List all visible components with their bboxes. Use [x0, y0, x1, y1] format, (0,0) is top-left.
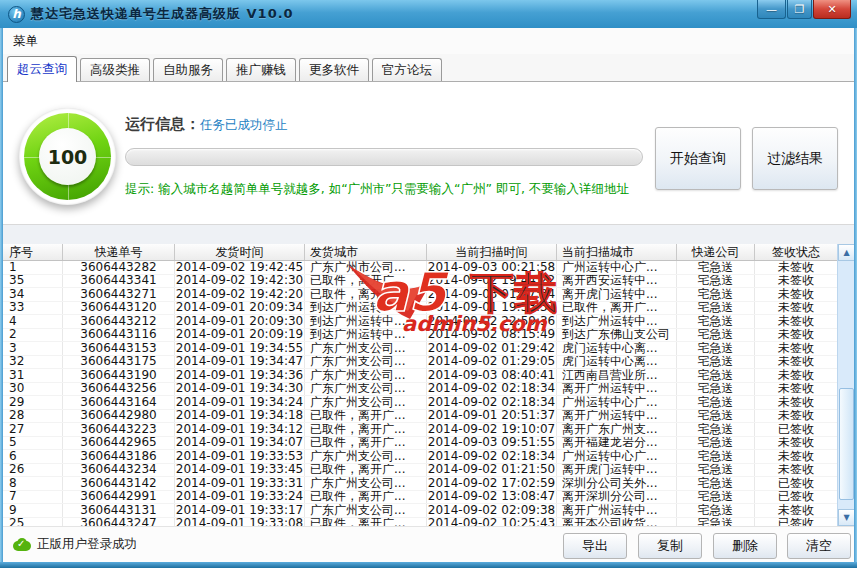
column-header[interactable]: 签收状态: [755, 244, 837, 260]
table-cell: 已签收: [755, 477, 837, 490]
table-row[interactable]: 336064431532014-09-01 19:34:55广东广州支公司...…: [3, 342, 837, 356]
table-cell: 已取件，离开广...: [305, 275, 427, 288]
vertical-scrollbar[interactable]: ▲ ▼: [837, 244, 854, 526]
column-header[interactable]: 发货时间: [175, 244, 305, 260]
panel-table-divider: [3, 224, 854, 244]
table-row[interactable]: 3036064432562014-09-01 19:34:30广东广州支公司..…: [3, 383, 837, 397]
column-header[interactable]: 快递单号: [63, 244, 175, 260]
hint-text: 提示: 输入城市名越简单单号就越多, 如“广州市”只需要输入“广州” 即可, 不…: [125, 181, 649, 198]
copy-button[interactable]: 复制: [638, 533, 702, 559]
column-header[interactable]: 当前扫描城市: [557, 244, 677, 260]
table-cell: 离开广州运转中...: [557, 383, 677, 396]
column-header[interactable]: 当前扫描时间: [427, 244, 557, 260]
scroll-down-icon[interactable]: ▼: [838, 509, 854, 526]
table-row[interactable]: 3436064432712014-09-02 19:42:20已取件，离开广..…: [3, 288, 837, 302]
table-row[interactable]: 2836064429802014-09-01 19:34:18已取件，离开广..…: [3, 410, 837, 424]
table-cell: 未签收: [755, 302, 837, 315]
gauge-ring: 100: [24, 113, 111, 200]
table-cell: 宅急送: [677, 315, 755, 328]
table-row[interactable]: 136064432822014-09-02 19:42:45广东广州市公司...…: [3, 261, 837, 275]
table-row[interactable]: 2736064432232014-09-01 19:34:12已取件，离开广..…: [3, 423, 837, 437]
close-button[interactable]: ✕: [813, 0, 851, 19]
run-info-status[interactable]: 任务已成功停止: [200, 117, 288, 132]
export-button[interactable]: 导出: [563, 533, 627, 559]
table-cell: 到达广州运转中...: [305, 302, 427, 315]
minimize-button[interactable]: —: [757, 0, 786, 19]
table-cell: 3606443256: [63, 383, 175, 396]
run-info-line: 运行信息：任务已成功停止: [125, 115, 288, 134]
table-cell: 3606443175: [63, 356, 175, 369]
table-cell: 江西南昌营业所...: [557, 369, 677, 382]
table-cell: 离开广东广州支...: [557, 423, 677, 436]
filter-result-button[interactable]: 过滤结果: [752, 127, 838, 190]
table-row[interactable]: 3336064431202014-09-01 20:09:34到达广州运转中..…: [3, 302, 837, 316]
tab-自助服务[interactable]: 自助服务: [153, 58, 223, 81]
table-cell: 2014-09-01 20:51:37: [427, 410, 557, 423]
table-cell: 未签收: [755, 342, 837, 355]
maximize-button[interactable]: ❐: [787, 0, 812, 19]
table-cell: 3606443120: [63, 302, 175, 315]
table-cell: 27: [3, 423, 63, 436]
table-cell: 2014-09-02 08:15:49: [427, 329, 557, 342]
table-cell: 3606443341: [63, 275, 175, 288]
menu-item-main[interactable]: 菜单: [3, 33, 48, 50]
table-cell: 2014-09-01 19:34:47: [175, 356, 305, 369]
table-cell: 未签收: [755, 464, 837, 477]
table-row[interactable]: 636064431862014-09-01 19:33:53广东广州支公司...…: [3, 450, 837, 464]
table-cell: 宅急送: [677, 477, 755, 490]
table-header-row: 序号快递单号发货时间发货城市当前扫描时间当前扫描城市快递公司签收状态: [3, 244, 854, 261]
table-row[interactable]: 2636064432342014-09-01 19:33:45已取件，离开广..…: [3, 464, 837, 478]
table-cell: 3606442991: [63, 491, 175, 504]
run-info-label: 运行信息：: [125, 115, 200, 133]
table-cell: 离开广州运转中...: [557, 504, 677, 517]
column-header[interactable]: 序号: [3, 244, 63, 260]
table-cell: 到达广东佛山支公司: [557, 329, 677, 342]
table-row[interactable]: 736064429912014-09-01 19:33:24已取件，离开广...…: [3, 491, 837, 505]
table-cell: 3606443234: [63, 464, 175, 477]
table-cell: 离开虎门运转中...: [557, 288, 677, 301]
column-header[interactable]: 发货城市: [305, 244, 427, 260]
scroll-up-icon[interactable]: ▲: [838, 244, 854, 261]
table-cell: 2014-09-01 19:34:18: [175, 410, 305, 423]
table-row[interactable]: 2536064432472014-09-01 19:33:08已取件，离开广..…: [3, 518, 837, 527]
table-cell: 3606443153: [63, 342, 175, 355]
table-cell: 9: [3, 504, 63, 517]
tab-高级类推[interactable]: 高级类推: [80, 58, 150, 81]
table-cell: 35: [3, 275, 63, 288]
table-row[interactable]: 936064431312014-09-01 19:33:17广东广州支公司...…: [3, 504, 837, 518]
tab-官方论坛[interactable]: 官方论坛: [372, 58, 442, 81]
table-cell: 2014-09-01 20:09:34: [175, 302, 305, 315]
table-cell: 26: [3, 464, 63, 477]
column-header[interactable]: 快递公司: [677, 244, 755, 260]
table-cell: 未签收: [755, 275, 837, 288]
table-cell: 4: [3, 315, 63, 328]
tab-超云查询[interactable]: 超云查询: [7, 56, 77, 82]
table-cell: 已签收: [755, 491, 837, 504]
delete-button[interactable]: 删除: [713, 533, 777, 559]
table-row[interactable]: 236064431162014-09-01 20:09:19到达广州运转中...…: [3, 329, 837, 343]
table-cell: 宅急送: [677, 518, 755, 527]
tab-bar: 超云查询高级类推自助服务推广赚钱更多软件官方论坛: [3, 54, 854, 82]
scrollbar-thumb[interactable]: [839, 388, 854, 500]
table-cell: 2014-09-01 19:33:53: [175, 450, 305, 463]
table-row[interactable]: 836064431422014-09-01 19:33:31广东广州支公司...…: [3, 477, 837, 491]
table-cell: 2014-09-02 02:18:34: [427, 383, 557, 396]
table-row[interactable]: 2936064431642014-09-01 19:34:24广东广州支公司..…: [3, 396, 837, 410]
status-cloud-check-icon: ✓: [13, 538, 31, 551]
window-border-left: [0, 28, 3, 562]
table-row[interactable]: 536064429652014-09-01 19:34:07已取件，离开广...…: [3, 437, 837, 451]
table-cell: 2014-09-01 19:33:08: [175, 518, 305, 527]
table-row[interactable]: 436064432122014-09-01 20:09:30到达广州运转中...…: [3, 315, 837, 329]
clear-button[interactable]: 清空: [787, 533, 851, 559]
table-cell: 宅急送: [677, 356, 755, 369]
table-row[interactable]: 3536064433412014-09-02 19:42:30已取件，离开广..…: [3, 275, 837, 289]
tab-更多软件[interactable]: 更多软件: [299, 58, 369, 81]
table-cell: 宅急送: [677, 423, 755, 436]
table-cell: 3606442965: [63, 437, 175, 450]
table-row[interactable]: 3136064431902014-09-01 19:34:36广东广州支公司..…: [3, 369, 837, 383]
table-cell: 3606443131: [63, 504, 175, 517]
tab-推广赚钱[interactable]: 推广赚钱: [226, 58, 296, 81]
start-query-button[interactable]: 开始查询: [655, 127, 741, 190]
table-cell: 未签收: [755, 504, 837, 517]
table-row[interactable]: 3236064431752014-09-01 19:34:47广东广州支公司..…: [3, 356, 837, 370]
